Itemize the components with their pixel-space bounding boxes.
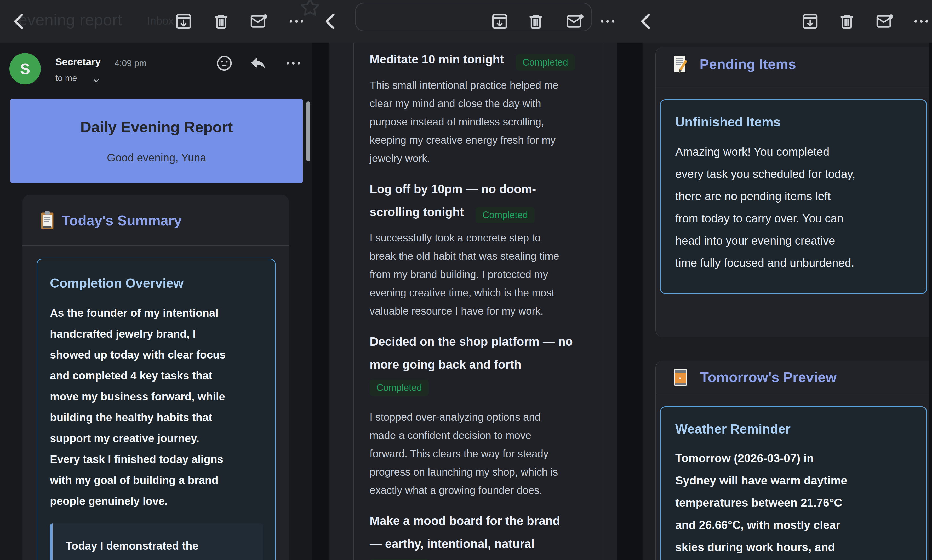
- divider: [23, 245, 289, 246]
- status-badge: Completed: [370, 559, 429, 560]
- more-icon[interactable]: [598, 12, 617, 31]
- mail-unread-icon[interactable]: [875, 12, 894, 31]
- more-icon[interactable]: [287, 12, 306, 31]
- emoji-reaction-icon[interactable]: [215, 54, 234, 73]
- sent-time: 4:09 pm: [114, 58, 147, 68]
- card-title: Weather Reminder: [675, 422, 912, 437]
- task-body: I stopped over-analyzing options and mad…: [370, 408, 596, 499]
- stitched-email-screenshots: evening report Inbox: [0, 0, 932, 560]
- more-icon[interactable]: [284, 54, 303, 73]
- chevron-down-icon[interactable]: [91, 75, 102, 86]
- section-title-todays-summary: Today's Summary: [62, 212, 182, 228]
- weather-reminder-card: Weather Reminder Tomorrow (2026-03-07) i…: [660, 406, 927, 560]
- completion-overview-body: As the founder of my intentional handcra…: [50, 303, 263, 512]
- status-badge: Completed: [516, 54, 575, 71]
- ghost-inbox-label: Inbox: [147, 15, 174, 27]
- ghost-card-outline: [355, 3, 592, 31]
- archive-icon[interactable]: [490, 12, 509, 31]
- task-title: Meditate 10 min tonight: [370, 52, 504, 66]
- card-title: Completion Overview: [50, 276, 263, 291]
- report-hero-banner: [11, 99, 303, 183]
- delete-icon[interactable]: [212, 12, 231, 31]
- divider: [655, 394, 932, 394]
- sender-name: Secretary: [55, 57, 101, 68]
- delete-icon[interactable]: [526, 12, 545, 31]
- report-title: Daily Evening Report: [11, 118, 303, 135]
- calendar-icon: [671, 367, 690, 388]
- screenshot-seam: [617, 43, 642, 560]
- mail-unread-icon[interactable]: [565, 12, 584, 31]
- more-icon[interactable]: [912, 12, 931, 31]
- content-border-right: [604, 43, 604, 560]
- task-title: Decided on the shop platform — no more g…: [370, 330, 596, 376]
- app-toolbar: evening report Inbox: [0, 0, 932, 43]
- mail-unread-icon[interactable]: [250, 12, 268, 31]
- task-body: I successfully took a concrete step to b…: [370, 229, 596, 320]
- clipboard-icon: [38, 209, 57, 232]
- card-title: Unfinished Items: [675, 114, 912, 129]
- unfinished-items-card: Unfinished Items Amazing work! You compl…: [660, 99, 927, 294]
- task-section: Meditate 10 min tonightCompleted This sm…: [370, 48, 596, 168]
- divider: [655, 86, 932, 86]
- completion-overview-card: Completion Overview As the founder of my…: [37, 259, 276, 560]
- task-list: Meditate 10 min tonightCompleted This sm…: [354, 43, 604, 560]
- avatar[interactable]: S: [9, 53, 41, 85]
- task-section: Decided on the shop platform — no more g…: [370, 330, 596, 499]
- unfinished-items-body: Amazing work! You completed every task y…: [675, 141, 912, 274]
- section-title-tomorrows-preview: Tomorrow's Preview: [700, 369, 836, 385]
- recipient-label[interactable]: to me: [55, 73, 77, 83]
- archive-icon[interactable]: [174, 12, 193, 31]
- task-section: Make a mood board for the brand — earthy…: [370, 509, 596, 560]
- screenshot-seam: [929, 43, 932, 560]
- status-badge: Completed: [370, 380, 429, 396]
- delete-icon[interactable]: [837, 12, 856, 31]
- reply-icon[interactable]: [249, 54, 268, 73]
- scrollbar-thumb[interactable]: [307, 102, 310, 162]
- status-badge: Completed: [476, 207, 535, 223]
- task-section: Log off by 10pm — no doom- scrolling ton…: [370, 177, 596, 320]
- task-body: This small intentional practice helped m…: [370, 76, 596, 168]
- completion-quote: Today I demonstrated the courage to make…: [50, 523, 263, 560]
- screenshot-seam: [312, 43, 329, 560]
- back-icon[interactable]: [321, 11, 341, 31]
- weather-reminder-body: Tomorrow (2026-03-07) in Sydney will hav…: [675, 447, 912, 558]
- back-icon[interactable]: [636, 11, 656, 31]
- report-greeting: Good evening, Yuna: [11, 152, 303, 164]
- task-title: Make a mood board for the brand — earthy…: [370, 509, 596, 555]
- memo-icon: [670, 54, 691, 75]
- archive-icon[interactable]: [801, 12, 820, 31]
- section-title-pending-items: Pending Items: [699, 56, 796, 72]
- ghost-subject-title: evening report: [18, 11, 122, 29]
